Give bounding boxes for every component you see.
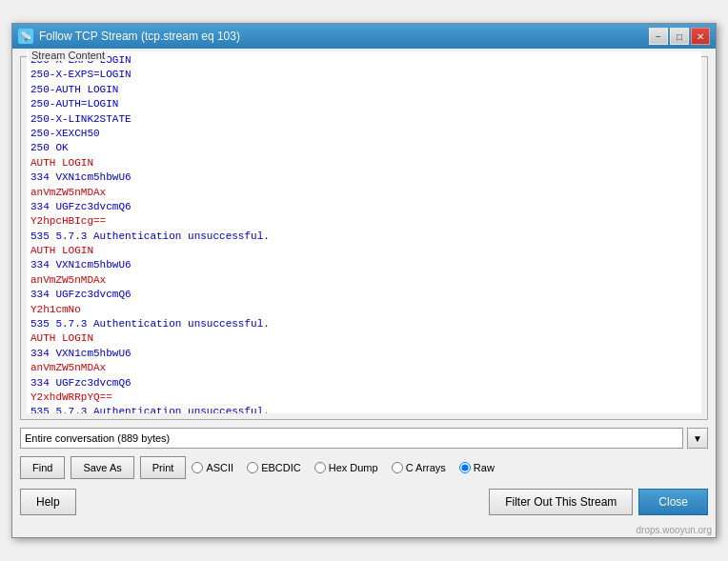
- bottom-left: Help: [20, 489, 76, 515]
- list-item: 250-X-EXPS=LOGIN: [30, 68, 698, 82]
- dropdown-arrow-button[interactable]: ▼: [687, 428, 708, 449]
- radio-ascii[interactable]: ASCII: [192, 462, 233, 473]
- list-item: 334 UGFzc3dvcmQ6: [30, 288, 698, 302]
- list-item: anVmZW5nMDAx: [30, 186, 698, 200]
- minimize-button[interactable]: −: [649, 28, 668, 45]
- list-item: 250 OK: [30, 141, 698, 155]
- list-item: AUTH LOGIN: [30, 156, 698, 170]
- radio-ebcdic[interactable]: EBCDIC: [247, 462, 301, 473]
- list-item: anVmZW5nMDAx: [30, 273, 698, 288]
- bottom-row: Help Filter Out This Stream Close: [20, 489, 708, 515]
- list-item: 250-AUTH LOGIN: [30, 83, 698, 97]
- list-item: 250-AUTH=LOGIN: [30, 97, 698, 111]
- list-item: AUTH LOGIN: [30, 331, 698, 346]
- bottom-right: Filter Out This Stream Close: [489, 489, 708, 515]
- radio-hexdump[interactable]: Hex Dump: [314, 462, 378, 473]
- window-close-button[interactable]: ✕: [691, 28, 710, 45]
- list-item: Y2hpcHBIcg==: [30, 214, 698, 229]
- conversation-dropdown-row: Entire conversation (889 bytes) ▼: [20, 428, 708, 449]
- help-button[interactable]: Help: [20, 489, 76, 515]
- stream-content-area[interactable]: 250-X-EXPS LOGIN250-X-EXPS=LOGIN250-AUTH…: [27, 51, 701, 413]
- window-body: Stream Content 250-X-EXPS LOGIN250-X-EXP…: [12, 49, 716, 523]
- stream-content-group: Stream Content 250-X-EXPS LOGIN250-X-EXP…: [20, 56, 708, 420]
- list-item: 250-X-LINK2STATE: [30, 112, 698, 127]
- list-item: Y2xhdWRRpYQ==: [30, 391, 698, 405]
- main-window: 📡 Follow TCP Stream (tcp.stream eq 103) …: [11, 23, 717, 538]
- print-button[interactable]: Print: [140, 456, 187, 479]
- list-item: Y2h1cmNo: [30, 303, 698, 317]
- radio-raw[interactable]: Raw: [459, 462, 495, 473]
- list-item: AUTH LOGIN: [30, 244, 698, 258]
- save-as-button[interactable]: Save As: [71, 456, 133, 479]
- list-item: 334 VXN1cm5hbwU6: [30, 170, 698, 185]
- list-item: anVmZW5nMDAx: [30, 361, 698, 375]
- list-item: 250-XEXCH50: [30, 127, 698, 141]
- conversation-select[interactable]: Entire conversation (889 bytes): [20, 428, 683, 449]
- list-item: 250-X-EXPS LOGIN: [30, 53, 698, 68]
- list-item: 334 UGFzc3dvcmQ6: [30, 200, 698, 214]
- list-item: 334 UGFzc3dvcmQ6: [30, 376, 698, 391]
- title-bar-controls: − □ ✕: [649, 28, 710, 45]
- window-title: Follow TCP Stream (tcp.stream eq 103): [39, 30, 240, 43]
- title-bar-left: 📡 Follow TCP Stream (tcp.stream eq 103): [18, 29, 240, 44]
- find-button[interactable]: Find: [20, 456, 65, 479]
- list-item: 535 5.7.3 Authentication unsuccessful.: [30, 317, 698, 331]
- list-item: 535 5.7.3 Authentication unsuccessful.: [30, 230, 698, 244]
- group-label: Stream Content: [29, 50, 108, 61]
- buttons-radio-row: Find Save As Print ASCII EBCDIC Hex Dump…: [20, 456, 708, 479]
- list-item: 334 VXN1cm5hbwU6: [30, 347, 698, 361]
- window-icon: 📡: [18, 29, 33, 44]
- list-item: 334 VXN1cm5hbwU6: [30, 258, 698, 272]
- close-button[interactable]: Close: [638, 489, 708, 515]
- radio-carrays[interactable]: C Arrays: [392, 462, 446, 473]
- encoding-radio-group: ASCII EBCDIC Hex Dump C Arrays Raw: [192, 462, 708, 473]
- title-bar: 📡 Follow TCP Stream (tcp.stream eq 103) …: [12, 24, 716, 49]
- maximize-button[interactable]: □: [670, 28, 689, 45]
- filter-out-button[interactable]: Filter Out This Stream: [489, 489, 633, 515]
- list-item: 535 5.7.3 Authentication unsuccessful.: [30, 405, 698, 413]
- watermark: drops.wooyun.org: [12, 523, 716, 537]
